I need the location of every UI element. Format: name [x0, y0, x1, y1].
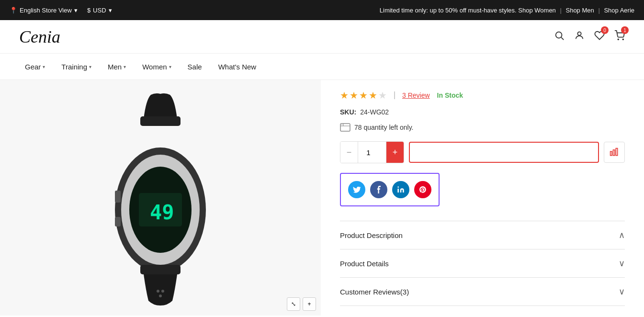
- gear-chevron-icon: ▾: [43, 64, 45, 69]
- store-view-chevron: ▾: [74, 7, 78, 14]
- nav-item-sale[interactable]: Sale: [182, 54, 208, 79]
- svg-point-16: [161, 290, 164, 293]
- pinterest-icon: [419, 186, 426, 193]
- quantity-decrease-button[interactable]: −: [340, 142, 358, 163]
- currency-icon: $: [87, 7, 90, 14]
- star-rating: ★ ★ ★ ★ ★: [340, 90, 387, 101]
- account-icon[interactable]: [574, 30, 585, 43]
- accordion-reviews-icon: ∨: [619, 286, 625, 297]
- header-icons: 0 1: [554, 30, 625, 43]
- zoom-controls: ⤡ +: [287, 297, 316, 311]
- cart-badge: 1: [621, 26, 629, 34]
- accordion-details-icon: ∨: [619, 258, 625, 269]
- accordion-description-toggle[interactable]: Product Description ∧: [340, 221, 625, 249]
- stock-status: In Stock: [437, 91, 463, 99]
- cart-row: − 1 +: [340, 141, 625, 163]
- product-info: ★ ★ ★ ★ ★ 3 Review In Stock SKU: 24-WG02…: [321, 80, 644, 316]
- star-3: ★: [359, 90, 368, 101]
- star-5: ★: [378, 90, 387, 101]
- svg-point-4: [622, 39, 623, 40]
- currency-chevron: ▾: [109, 7, 112, 14]
- site-logo[interactable]: Cenia: [19, 27, 60, 47]
- product-image: 49: [65, 90, 256, 306]
- compare-button[interactable]: [604, 142, 625, 163]
- add-to-cart-button[interactable]: [409, 142, 599, 163]
- svg-rect-5: [140, 116, 181, 126]
- training-chevron-icon: ▾: [89, 64, 91, 69]
- quantity-icon: [340, 123, 350, 132]
- svg-point-14: [157, 290, 159, 293]
- accordion-reviews: Customer Reviews(3) ∨: [340, 278, 625, 306]
- facebook-share-button[interactable]: [370, 181, 387, 198]
- star-1: ★: [340, 90, 349, 101]
- shop-men-link[interactable]: Shop Men: [565, 7, 594, 14]
- quantity-info: 78 quantity left only.: [340, 123, 625, 132]
- svg-rect-12: [115, 191, 121, 203]
- svg-rect-23: [616, 148, 617, 156]
- review-link[interactable]: 3 Review: [394, 91, 430, 99]
- svg-rect-11: [140, 265, 181, 274]
- accordion-reviews-toggle[interactable]: Customer Reviews(3) ∨: [340, 278, 625, 306]
- facebook-icon: [376, 186, 381, 193]
- sku-value: 24-WG02: [360, 108, 389, 116]
- store-view-selector[interactable]: 📍 English Store View ▾: [10, 7, 78, 14]
- twitter-icon: [353, 186, 361, 193]
- svg-point-0: [556, 32, 562, 38]
- product-accordion: Product Description ∧ Product Details ∨ …: [340, 221, 625, 306]
- svg-rect-13: [115, 217, 121, 226]
- quantity-input[interactable]: 1: [358, 142, 386, 163]
- accordion-description: Product Description ∧: [340, 221, 625, 249]
- shop-women-link[interactable]: Shop Women: [518, 7, 556, 14]
- svg-rect-21: [610, 151, 612, 155]
- accordion-description-icon: ∧: [619, 230, 625, 240]
- promo-text: Limited time only: up to 50% off must-ha…: [380, 7, 634, 14]
- women-chevron-icon: ▾: [169, 64, 171, 69]
- location-icon: 📍: [10, 7, 17, 14]
- wishlist-badge: 0: [601, 26, 609, 34]
- nav-item-gear[interactable]: Gear ▾: [19, 54, 51, 79]
- search-icon[interactable]: [554, 30, 565, 43]
- accordion-details: Product Details ∨: [340, 249, 625, 278]
- svg-point-15: [159, 294, 162, 297]
- product-image-area: 49 ⤡ +: [0, 80, 321, 316]
- twitter-share-button[interactable]: [348, 181, 365, 198]
- svg-point-2: [577, 32, 581, 35]
- site-header: Cenia 0 1: [0, 20, 644, 54]
- linkedin-icon: [397, 186, 405, 193]
- rating-row: ★ ★ ★ ★ ★ 3 Review In Stock: [340, 90, 625, 101]
- wishlist-icon[interactable]: 0: [594, 30, 605, 43]
- svg-point-20: [341, 125, 342, 125]
- top-banner: 📍 English Store View ▾ $ USD ▾ Limited t…: [0, 0, 644, 20]
- zoom-expand-icon[interactable]: ⤡: [287, 297, 300, 311]
- svg-line-1: [561, 37, 564, 40]
- pinterest-share-button[interactable]: [414, 181, 431, 198]
- main-nav: Gear ▾ Training ▾ Men ▾ Women ▾ Sale Wha…: [0, 54, 644, 80]
- quantity-left-text: 78 quantity left only.: [354, 124, 413, 131]
- store-view-label: English Store View: [20, 7, 72, 14]
- linkedin-share-button[interactable]: [392, 181, 409, 198]
- main-content: 49 ⤡ + ★ ★ ★ ★ ★ 3 Rev: [0, 80, 644, 316]
- sku-row: SKU: 24-WG02: [340, 108, 625, 116]
- nav-item-whats-new[interactable]: What's New: [213, 54, 262, 79]
- nav-item-women[interactable]: Women ▾: [136, 54, 177, 79]
- nav-item-training[interactable]: Training ▾: [56, 54, 97, 79]
- quantity-increase-button[interactable]: +: [386, 142, 404, 163]
- shop-aerie-link[interactable]: Shop Aerie: [604, 7, 634, 14]
- quantity-controls: − 1 +: [340, 141, 404, 163]
- sku-label: SKU:: [340, 108, 356, 116]
- svg-point-3: [618, 39, 619, 40]
- star-4: ★: [369, 90, 377, 101]
- accordion-details-toggle[interactable]: Product Details ∨: [340, 249, 625, 277]
- nav-item-men[interactable]: Men ▾: [102, 54, 132, 79]
- men-chevron-icon: ▾: [124, 64, 126, 69]
- zoom-in-icon[interactable]: +: [303, 297, 316, 311]
- star-2: ★: [350, 90, 358, 101]
- currency-label: USD: [93, 7, 106, 14]
- chart-icon: [610, 147, 619, 157]
- cart-icon[interactable]: 1: [614, 30, 625, 43]
- social-share: [340, 173, 440, 206]
- svg-text:49: 49: [150, 201, 174, 224]
- currency-selector[interactable]: $ USD ▾: [87, 7, 112, 14]
- svg-rect-22: [613, 150, 615, 156]
